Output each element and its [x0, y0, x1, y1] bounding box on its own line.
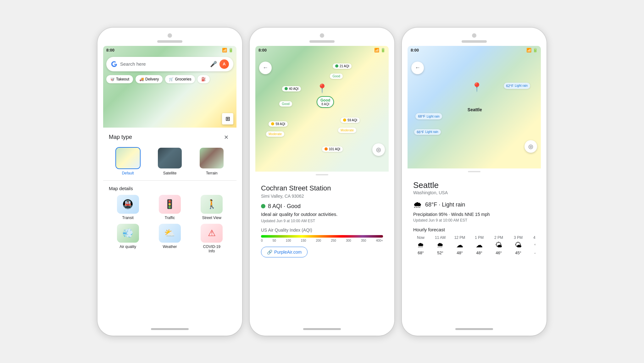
- hourly-icon-6: 🌤: [534, 241, 535, 249]
- detail-airquality[interactable]: 💨 Air quality: [109, 224, 147, 253]
- status-bar-3: 8:00 📶 🔋: [408, 46, 541, 54]
- phone3-speaker: [462, 40, 487, 43]
- phone-speaker: [157, 40, 182, 43]
- phone3-map: 8:00 📶 🔋 ← 📍 62°F Light rain 68°F: [408, 46, 541, 168]
- aqi-value-text: 8 AQI · Good: [268, 203, 301, 210]
- map-type-title: Map type: [109, 134, 132, 140]
- detail-traffic[interactable]: 🚦 Traffic: [151, 195, 189, 220]
- hourly-icon-1: 🌧: [437, 241, 444, 249]
- city-country: Washington, USA: [413, 190, 535, 195]
- weather-precipitation: Precipitation 95% · Winds NNE 15 mph: [413, 212, 535, 217]
- phones-container: 8:00 📶 🔋 Search here 🎤 A 🥡 Takeout: [97, 28, 547, 336]
- status-icons-1: 📶 🔋: [222, 48, 233, 52]
- hourly-time-2: 12 PM: [454, 235, 465, 240]
- map-type-label-terrain: Terrain: [206, 171, 218, 175]
- status-bar-1: 8:00 📶 🔋: [103, 46, 236, 54]
- external-link-icon: 🔗: [267, 250, 272, 255]
- aqi-badge-good-1: Good: [330, 74, 342, 79]
- chip-delivery[interactable]: 🚚 Delivery: [136, 75, 163, 83]
- hourly-forecast-title: Hourly forecast: [413, 227, 535, 232]
- back-button-2[interactable]: ←: [259, 62, 272, 74]
- mic-icon[interactable]: 🎤: [210, 61, 217, 68]
- hourly-icon-3: ☁: [476, 241, 483, 249]
- back-button-3[interactable]: ←: [411, 62, 424, 74]
- aqi-section-title: US Air Quality Index (AQI): [261, 228, 383, 233]
- transit-icon: 🚇: [117, 195, 139, 214]
- detail-weather[interactable]: ⛅ Weather: [151, 224, 189, 253]
- panel-handle-3: [408, 168, 541, 175]
- map-layers-button[interactable]: ⊞: [222, 113, 233, 124]
- hourly-temp-6: 45°: [535, 250, 535, 255]
- weather-main-row: 🌧 68°F · Light rain: [413, 200, 535, 210]
- hourly-temp-2: 48°: [457, 250, 463, 255]
- phone2-content: 8:00 📶 🔋 ← 21 AQI Good: [255, 46, 389, 324]
- map-type-satellite[interactable]: Satellite: [151, 147, 189, 175]
- chip-groceries[interactable]: 🛒 Groceries: [165, 75, 195, 83]
- weather-updated: Updated Jun 9 at 10:00 AM EST: [413, 218, 535, 223]
- status-time-3: 8:00: [411, 48, 419, 52]
- hourly-icon-2: ☁: [456, 241, 463, 249]
- status-bar-2: 8:00 📶 🔋: [255, 46, 389, 54]
- user-avatar[interactable]: A: [219, 59, 229, 69]
- hourly-11am: 11 AM 🌧 52°: [433, 235, 448, 255]
- hourly-4pm: 4 PM 🌤 45°: [530, 235, 535, 255]
- weather-main-icon: 🌧: [413, 200, 422, 210]
- detail-weather-label: Weather: [163, 245, 177, 249]
- detail-traffic-label: Traffic: [165, 216, 175, 220]
- phone-2: 8:00 📶 🔋 ← 21 AQI Good: [250, 28, 394, 336]
- battery-icon-3: 🔋: [533, 48, 538, 52]
- status-icons-3: 📶 🔋: [526, 48, 538, 52]
- hourly-3pm: 3 PM 🌤 45°: [511, 235, 526, 255]
- map-type-default[interactable]: Default: [109, 147, 147, 175]
- hourly-temp-5: 45°: [515, 250, 521, 255]
- hourly-time-3: 1 PM: [475, 235, 484, 240]
- weather-icon: ⛅: [159, 224, 181, 243]
- aqi-main-badge: Good 8 AQI: [317, 96, 334, 108]
- chip-gas[interactable]: ⛽: [197, 75, 210, 83]
- hourly-icon-0: 🌧: [417, 241, 424, 249]
- aqi-description: Ideal air quality for outdoor activities…: [261, 212, 383, 217]
- location-button-3[interactable]: ◎: [525, 140, 537, 153]
- phone3-content: 8:00 📶 🔋 ← 📍 62°F Light rain 68°F: [408, 46, 541, 324]
- map-pin-3: 📍: [471, 82, 482, 92]
- purpleair-button[interactable]: 🔗 PurpleAir.com: [261, 247, 308, 257]
- map-type-panel: Map type ✕ Default Sate: [103, 128, 236, 324]
- chip-takeout[interactable]: 🥡 Takeout: [106, 75, 133, 83]
- map-pin-2: 📍: [317, 83, 328, 94]
- map-type-thumb-terrain: [199, 147, 224, 169]
- hourly-1pm: 1 PM ☁ 48°: [472, 235, 487, 255]
- map-type-thumb-default: [115, 147, 141, 169]
- streetview-icon: 🚶: [201, 195, 223, 214]
- hourly-time-6: 4 PM: [533, 235, 535, 240]
- phone-bottom-bar-2: [303, 328, 341, 330]
- detail-streetview[interactable]: 🚶 Street View: [193, 195, 231, 220]
- phone1-content: 8:00 📶 🔋 Search here 🎤 A 🥡 Takeout: [103, 46, 236, 324]
- map-type-grid: Default Satellite Terrain: [103, 145, 236, 178]
- aqi-label-moderate-1: Moderate: [266, 131, 284, 137]
- location-button-2[interactable]: ◎: [372, 143, 385, 156]
- phone-bottom-bar-1: [151, 328, 189, 330]
- hourly-icon-5: 🌤: [515, 241, 522, 249]
- map-details-grid: 🚇 Transit 🚦 Traffic 🚶 Street View 💨 Air …: [103, 192, 236, 256]
- panel-handle-2: [255, 172, 389, 179]
- status-time-2: 8:00: [258, 48, 267, 52]
- weather-badge-62: 62°F Light rain: [504, 83, 530, 89]
- place-panel: Cochran Street Station Simi Valley, CA 9…: [255, 179, 389, 324]
- map-type-terrain[interactable]: Terrain: [193, 147, 231, 175]
- city-name: Seattle: [413, 180, 535, 190]
- hourly-temp-3: 48°: [476, 250, 482, 255]
- detail-covid[interactable]: ⚠ COVID-19Info: [193, 224, 231, 253]
- status-icons-2: 📶 🔋: [374, 48, 386, 52]
- weather-badge-68: 68°F Light rain: [415, 113, 442, 119]
- map-type-thumb-satellite: [157, 147, 182, 169]
- search-text: Search here: [120, 61, 208, 67]
- aqi-badge-101: 101 AQI: [322, 146, 343, 152]
- detail-transit[interactable]: 🚇 Transit: [109, 195, 147, 220]
- map-search-bar[interactable]: Search here 🎤 A: [106, 57, 233, 71]
- hourly-time-5: 3 PM: [514, 235, 523, 240]
- divider-1: [103, 180, 236, 181]
- aqi-scale: 050100150200250300350400+: [261, 239, 383, 242]
- aqi-label-good: Good: [279, 101, 292, 107]
- close-button[interactable]: ✕: [221, 133, 231, 142]
- phone-camera: [168, 33, 172, 38]
